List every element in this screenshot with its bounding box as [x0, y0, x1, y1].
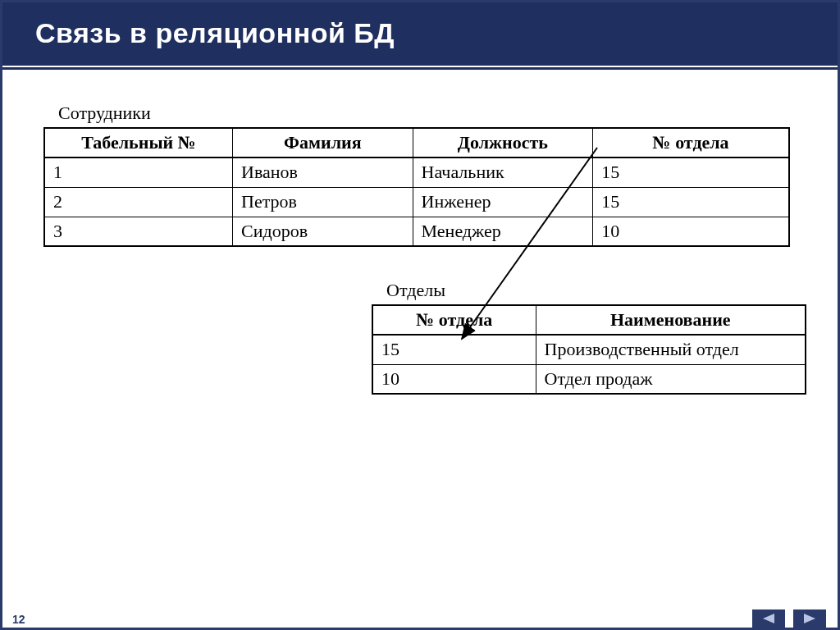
cell: 10 [593, 217, 789, 246]
col-header: № отдела [593, 128, 789, 158]
departments-table: № отдела Наименование 15 Производственны… [372, 304, 806, 395]
col-header: № отдела [372, 305, 536, 335]
cell: Петров [233, 187, 413, 217]
cell: Отдел продаж [536, 364, 806, 394]
table-row: 2 Петров Инженер 15 [44, 187, 789, 217]
footer: 12 [2, 608, 838, 628]
table-header-row: № отдела Наименование [372, 305, 806, 335]
table-row: 15 Производственный отдел [372, 335, 806, 364]
slide-title: Связь в реляционной БД [35, 17, 815, 49]
cell: Инженер [413, 187, 593, 217]
page-number: 12 [12, 613, 25, 626]
title-bar: Связь в реляционной БД [2, 2, 838, 67]
col-header: Наименование [536, 305, 806, 335]
svg-marker-3 [804, 614, 815, 623]
cell: Начальник [413, 158, 593, 187]
triangle-left-icon [763, 614, 774, 623]
cell: Менеджер [413, 217, 593, 246]
departments-table-wrapper: Отделы № отдела Наименование 15 Производ… [372, 280, 797, 395]
table-row: 10 Отдел продаж [372, 364, 806, 394]
svg-marker-2 [763, 614, 774, 623]
cell: 1 [44, 158, 233, 187]
employees-caption: Сотрудники [58, 103, 797, 124]
col-header: Фамилия [233, 128, 413, 158]
nav-buttons [752, 609, 826, 628]
employees-table-wrapper: Сотрудники Табельный № Фамилия Должность… [43, 103, 797, 247]
triangle-right-icon [804, 614, 815, 623]
cell: 2 [44, 187, 233, 217]
cell: 3 [44, 217, 233, 246]
cell: 15 [593, 187, 789, 217]
cell: 15 [372, 335, 536, 364]
table-row: 3 Сидоров Менеджер 10 [44, 217, 789, 246]
employees-table: Табельный № Фамилия Должность № отдела 1… [43, 127, 790, 247]
content-area: Сотрудники Табельный № Фамилия Должность… [2, 70, 838, 619]
cell: Производственный отдел [536, 335, 806, 364]
slide-frame: Связь в реляционной БД Сотрудники Табель… [0, 0, 840, 630]
table-header-row: Табельный № Фамилия Должность № отдела [44, 128, 789, 158]
cell: 15 [593, 158, 789, 187]
next-button[interactable] [793, 609, 826, 628]
cell: Иванов [233, 158, 413, 187]
table-row: 1 Иванов Начальник 15 [44, 158, 789, 187]
cell: 10 [372, 364, 536, 394]
cell: Сидоров [233, 217, 413, 246]
departments-caption: Отделы [386, 280, 797, 301]
col-header: Табельный № [44, 128, 233, 158]
prev-button[interactable] [752, 609, 785, 628]
col-header: Должность [413, 128, 593, 158]
